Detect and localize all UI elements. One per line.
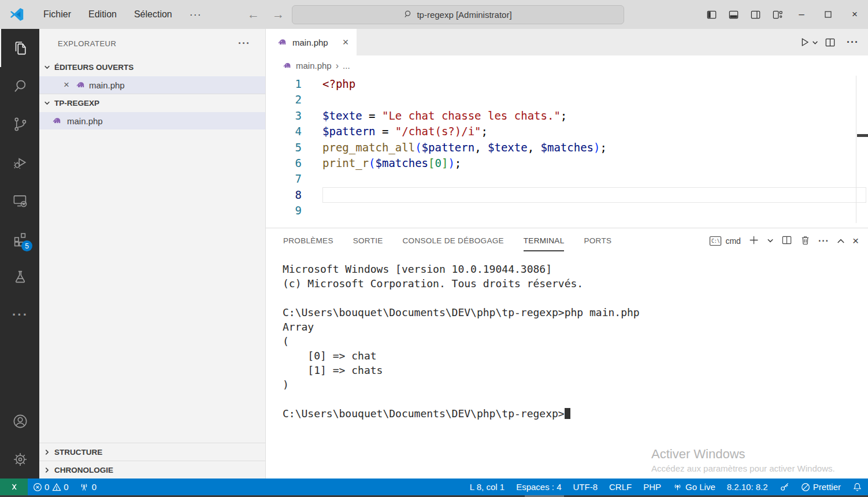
- split-editor-icon[interactable]: [824, 36, 836, 49]
- forward-button[interactable]: →: [270, 8, 287, 21]
- kill-terminal-icon[interactable]: [800, 235, 811, 248]
- terminal-shell-item[interactable]: C:\ cmd: [709, 236, 740, 246]
- code-line-6[interactable]: 6print_r($matches[0]);: [266, 155, 868, 171]
- window-controls: – ×: [700, 0, 868, 29]
- problems-status[interactable]: 0 0: [28, 479, 74, 495]
- menu-overflow[interactable]: ···: [181, 0, 210, 29]
- search-view-icon[interactable]: [0, 67, 39, 105]
- code-line-9[interactable]: 9: [266, 203, 868, 218]
- line-content: preg_match_all($pattern, $texte, $matche…: [322, 140, 868, 155]
- toggle-primary-sidebar-icon[interactable]: [700, 0, 722, 29]
- folder-section-tp-regexp[interactable]: TP-REGEXP: [39, 94, 265, 112]
- play-icon: [798, 36, 811, 49]
- testing-view-icon[interactable]: [0, 258, 39, 296]
- code-line-8[interactable]: 8: [266, 187, 868, 203]
- terminal-dropdown-icon[interactable]: [767, 236, 774, 246]
- chronologie-section[interactable]: CHRONOLOGIE: [39, 461, 265, 479]
- line-content: print_r($matches[0]);: [322, 155, 868, 171]
- terminal-line: (c) Microsoft Corporation. Tous droits r…: [283, 276, 868, 291]
- code-line-3[interactable]: 3$texte = "Le chat chasse les chats.";: [266, 108, 868, 124]
- source-control-icon[interactable]: [0, 105, 39, 143]
- new-terminal-icon[interactable]: [748, 235, 759, 248]
- encoding-status[interactable]: UTF-8: [567, 479, 604, 495]
- status-bar-right: L 8, col 1 Espaces : 4 UTF-8 CRLF PHP Go…: [464, 479, 868, 495]
- notifications-bell-icon[interactable]: [847, 479, 868, 495]
- tab-main-php[interactable]: main.php ×: [266, 29, 357, 55]
- run-button[interactable]: [798, 36, 818, 49]
- breadcrumb-symbol[interactable]: ...: [343, 61, 350, 71]
- panel-tab-console-de-d-bogage[interactable]: CONSOLE DE DÉBOGAGE: [403, 236, 504, 246]
- vscode-logo-icon: [8, 6, 25, 23]
- code-editor[interactable]: 1<?php23$texte = "Le chat chasse les cha…: [266, 76, 868, 228]
- close-editor-icon[interactable]: ×: [61, 79, 72, 91]
- terminal-output[interactable]: Microsoft Windows [version 10.0.19044.30…: [266, 254, 868, 479]
- menu-sélection[interactable]: Sélection: [125, 0, 181, 29]
- line-content: [322, 171, 868, 187]
- minimize-button[interactable]: –: [788, 0, 815, 29]
- file-item-main-php[interactable]: main.php: [39, 112, 265, 129]
- panel-tab-probl-mes[interactable]: PROBLÈMES: [283, 236, 333, 246]
- customize-layout-icon[interactable]: [766, 0, 788, 29]
- toggle-secondary-sidebar-icon[interactable]: [744, 0, 766, 29]
- breadcrumb[interactable]: main.php › ...: [266, 55, 868, 76]
- command-center[interactable]: tp-regexp [Administrator]: [292, 5, 624, 24]
- editor-more-actions-icon[interactable]: ···: [842, 36, 859, 49]
- eol-status[interactable]: CRLF: [603, 479, 637, 495]
- line-number: 1: [266, 76, 302, 92]
- explorer-view-icon[interactable]: [0, 29, 39, 67]
- panel-tab-sortie[interactable]: SORTIE: [353, 236, 383, 246]
- terminal-line: C:\Users\bouquet\Documents\DEV\php\tp-re…: [283, 305, 868, 320]
- close-panel-icon[interactable]: ×: [852, 235, 859, 247]
- bottom-panel: PROBLÈMESSORTIECONSOLE DE DÉBOGAGETERMIN…: [266, 228, 868, 479]
- indentation-status[interactable]: Espaces : 4: [510, 479, 567, 495]
- code-line-4[interactable]: 4$pattern = "/chat(s?)/i";: [266, 124, 868, 139]
- scrollbar-cursor-mark: [857, 134, 868, 137]
- line-number: 2: [266, 92, 302, 107]
- run-debug-icon[interactable]: [0, 143, 39, 181]
- panel-tabs: PROBLÈMESSORTIECONSOLE DE DÉBOGAGETERMIN…: [283, 236, 611, 246]
- warning-icon: [52, 483, 61, 492]
- panel-more-actions-icon[interactable]: ···: [818, 236, 829, 246]
- code-line-1[interactable]: 1<?php: [266, 76, 868, 92]
- split-terminal-icon[interactable]: [781, 235, 792, 248]
- activity-bar-more-icon[interactable]: ···: [0, 296, 39, 334]
- explorer-more-actions-icon[interactable]: ···: [238, 38, 250, 50]
- language-status[interactable]: PHP: [637, 479, 667, 495]
- menu-fichier[interactable]: Fichier: [35, 0, 80, 29]
- open-editor-item[interactable]: × main.php: [39, 76, 265, 94]
- back-button[interactable]: ←: [245, 8, 262, 21]
- go-live-button[interactable]: Go Live: [667, 479, 721, 495]
- close-window-button[interactable]: ×: [841, 0, 868, 29]
- remote-indicator[interactable]: [0, 479, 28, 495]
- php-key-status[interactable]: [774, 479, 795, 495]
- scrollbar-ruler[interactable]: [856, 76, 856, 223]
- settings-gear-icon[interactable]: [0, 440, 39, 479]
- editor-actions: ···: [798, 29, 868, 55]
- code-line-7[interactable]: 7: [266, 171, 868, 187]
- accounts-icon[interactable]: [0, 402, 39, 440]
- breadcrumb-file[interactable]: main.php: [296, 61, 332, 71]
- tab-close-icon[interactable]: ×: [343, 36, 349, 49]
- cursor-position-status[interactable]: L 8, col 1: [464, 479, 510, 495]
- maximize-button[interactable]: [815, 0, 841, 29]
- terminal-line: [283, 392, 868, 406]
- prettier-disabled-icon: [801, 483, 810, 492]
- line-number: 8: [266, 187, 302, 203]
- menu-edition[interactable]: Edition: [80, 0, 125, 29]
- maximize-panel-icon[interactable]: [837, 236, 845, 246]
- php-version-status[interactable]: 8.2.10: 8.2: [721, 479, 774, 495]
- code-line-5[interactable]: 5preg_match_all($pattern, $texte, $match…: [266, 140, 868, 155]
- toggle-panel-icon[interactable]: [722, 0, 744, 29]
- status-bar: 0 0 0 L 8, col 1 Espaces : 4 UTF-8 CRLF …: [0, 479, 868, 495]
- error-icon: [33, 483, 42, 492]
- prettier-status[interactable]: Prettier: [795, 479, 847, 495]
- extensions-view-icon[interactable]: 5: [0, 220, 39, 258]
- panel-tab-terminal[interactable]: TERMINAL: [524, 236, 565, 246]
- panel-tab-ports[interactable]: PORTS: [584, 236, 611, 246]
- structure-section[interactable]: STRUCTURE: [39, 443, 265, 461]
- code-line-2[interactable]: 2: [266, 92, 868, 107]
- open-editors-section[interactable]: ÉDITEURS OUVERTS: [39, 58, 265, 76]
- remote-explorer-icon[interactable]: [0, 181, 39, 220]
- search-icon: [404, 10, 413, 20]
- ports-status[interactable]: 0: [74, 479, 102, 495]
